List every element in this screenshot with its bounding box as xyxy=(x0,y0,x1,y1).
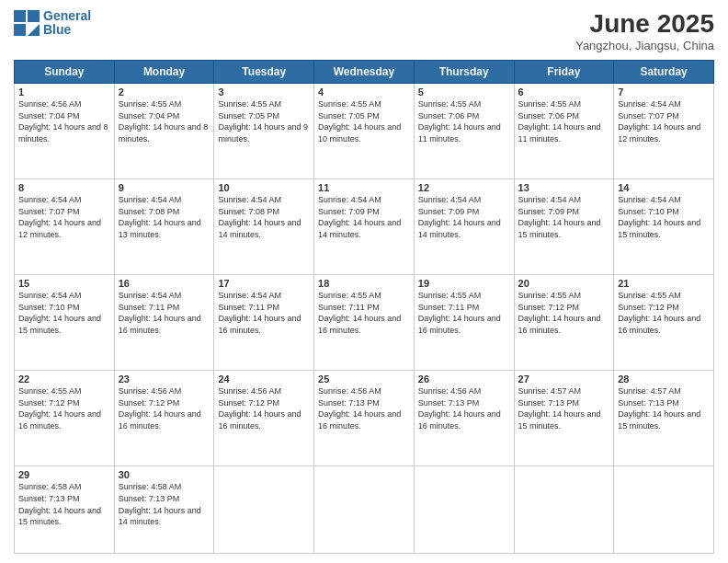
calendar-cell: 27Sunrise: 4:57 AMSunset: 7:13 PMDayligh… xyxy=(514,371,614,466)
logo-text: General Blue xyxy=(43,9,91,38)
day-info: Sunrise: 4:54 AMSunset: 7:09 PMDaylight:… xyxy=(318,194,410,240)
day-number: 12 xyxy=(418,182,510,193)
calendar-cell: 1Sunrise: 4:56 AMSunset: 7:04 PMDaylight… xyxy=(15,84,115,179)
day-info: Sunrise: 4:54 AMSunset: 7:07 PMDaylight:… xyxy=(18,194,110,240)
week-row-2: 8Sunrise: 4:54 AMSunset: 7:07 PMDaylight… xyxy=(15,179,714,275)
svg-rect-0 xyxy=(14,10,26,22)
weekday-wednesday: Wednesday xyxy=(314,61,415,84)
week-row-1: 1Sunrise: 4:56 AMSunset: 7:04 PMDaylight… xyxy=(15,84,714,179)
day-number: 5 xyxy=(418,86,510,98)
logo-blue: Blue xyxy=(43,22,71,37)
day-info: Sunrise: 4:54 AMSunset: 7:09 PMDaylight:… xyxy=(418,194,510,240)
day-number: 13 xyxy=(518,182,610,193)
calendar-cell: 20Sunrise: 4:55 AMSunset: 7:12 PMDayligh… xyxy=(514,275,614,371)
day-number: 23 xyxy=(119,373,210,385)
day-number: 2 xyxy=(119,86,210,98)
weekday-thursday: Thursday xyxy=(414,61,514,84)
week-row-4: 22Sunrise: 4:55 AMSunset: 7:12 PMDayligh… xyxy=(15,371,714,466)
calendar-cell: 19Sunrise: 4:55 AMSunset: 7:11 PMDayligh… xyxy=(414,275,514,371)
calendar-table: SundayMondayTuesdayWednesdayThursdayFrid… xyxy=(14,60,714,554)
calendar-cell: 17Sunrise: 4:54 AMSunset: 7:11 PMDayligh… xyxy=(214,275,314,371)
svg-rect-2 xyxy=(14,24,26,36)
day-number: 18 xyxy=(318,278,410,289)
calendar-cell: 14Sunrise: 4:54 AMSunset: 7:10 PMDayligh… xyxy=(614,179,714,275)
day-number: 15 xyxy=(18,278,110,289)
day-info: Sunrise: 4:55 AMSunset: 7:06 PMDaylight:… xyxy=(518,98,610,144)
day-info: Sunrise: 4:58 AMSunset: 7:13 PMDaylight:… xyxy=(18,481,110,527)
calendar-cell xyxy=(614,466,714,554)
day-info: Sunrise: 4:56 AMSunset: 7:12 PMDaylight:… xyxy=(218,385,310,431)
day-number: 29 xyxy=(18,469,110,480)
logo-icon xyxy=(14,10,40,36)
calendar-cell xyxy=(314,466,415,554)
day-info: Sunrise: 4:57 AMSunset: 7:13 PMDaylight:… xyxy=(518,385,610,431)
calendar-cell: 6Sunrise: 4:55 AMSunset: 7:06 PMDaylight… xyxy=(514,84,614,179)
logo-general: General xyxy=(43,8,91,23)
day-info: Sunrise: 4:58 AMSunset: 7:13 PMDaylight:… xyxy=(119,481,210,527)
calendar-cell: 9Sunrise: 4:54 AMSunset: 7:08 PMDaylight… xyxy=(114,179,214,275)
location: Yangzhou, Jiangsu, China xyxy=(575,39,714,52)
day-info: Sunrise: 4:54 AMSunset: 7:11 PMDaylight:… xyxy=(119,290,210,336)
calendar-cell xyxy=(414,466,514,554)
day-number: 20 xyxy=(518,278,610,289)
calendar-cell: 30Sunrise: 4:58 AMSunset: 7:13 PMDayligh… xyxy=(114,466,214,554)
day-info: Sunrise: 4:55 AMSunset: 7:11 PMDaylight:… xyxy=(418,290,510,336)
page: General Blue June 2025 Yangzhou, Jiangsu… xyxy=(0,0,728,563)
calendar-cell: 13Sunrise: 4:54 AMSunset: 7:09 PMDayligh… xyxy=(514,179,614,275)
calendar-cell: 22Sunrise: 4:55 AMSunset: 7:12 PMDayligh… xyxy=(15,371,115,466)
day-number: 11 xyxy=(318,182,410,193)
calendar-cell: 7Sunrise: 4:54 AMSunset: 7:07 PMDaylight… xyxy=(614,84,714,179)
calendar-cell: 5Sunrise: 4:55 AMSunset: 7:06 PMDaylight… xyxy=(414,84,514,179)
day-info: Sunrise: 4:54 AMSunset: 7:08 PMDaylight:… xyxy=(218,194,310,240)
day-info: Sunrise: 4:54 AMSunset: 7:08 PMDaylight:… xyxy=(119,194,210,240)
day-info: Sunrise: 4:55 AMSunset: 7:04 PMDaylight:… xyxy=(119,98,210,144)
calendar-cell: 25Sunrise: 4:56 AMSunset: 7:13 PMDayligh… xyxy=(314,371,415,466)
day-number: 21 xyxy=(618,278,710,289)
weekday-header-row: SundayMondayTuesdayWednesdayThursdayFrid… xyxy=(15,61,714,84)
day-number: 30 xyxy=(119,469,210,480)
day-info: Sunrise: 4:55 AMSunset: 7:12 PMDaylight:… xyxy=(618,290,710,336)
day-number: 10 xyxy=(218,182,310,193)
day-number: 16 xyxy=(119,278,210,289)
calendar-cell: 23Sunrise: 4:56 AMSunset: 7:12 PMDayligh… xyxy=(114,371,214,466)
day-number: 3 xyxy=(218,86,310,98)
day-info: Sunrise: 4:56 AMSunset: 7:12 PMDaylight:… xyxy=(119,385,210,431)
day-info: Sunrise: 4:55 AMSunset: 7:11 PMDaylight:… xyxy=(318,290,410,336)
calendar-cell: 16Sunrise: 4:54 AMSunset: 7:11 PMDayligh… xyxy=(114,275,214,371)
svg-marker-3 xyxy=(28,24,40,36)
day-info: Sunrise: 4:55 AMSunset: 7:12 PMDaylight:… xyxy=(18,385,110,431)
weekday-sunday: Sunday xyxy=(15,61,115,84)
calendar-cell: 3Sunrise: 4:55 AMSunset: 7:05 PMDaylight… xyxy=(214,84,314,179)
day-info: Sunrise: 4:56 AMSunset: 7:13 PMDaylight:… xyxy=(318,385,410,431)
day-number: 28 xyxy=(618,373,710,385)
day-number: 1 xyxy=(18,86,110,98)
calendar-cell: 2Sunrise: 4:55 AMSunset: 7:04 PMDaylight… xyxy=(114,84,214,179)
day-number: 27 xyxy=(518,373,610,385)
calendar-body: 1Sunrise: 4:56 AMSunset: 7:04 PMDaylight… xyxy=(15,84,714,554)
day-number: 26 xyxy=(418,373,510,385)
day-info: Sunrise: 4:56 AMSunset: 7:04 PMDaylight:… xyxy=(18,98,110,144)
calendar-cell xyxy=(214,466,314,554)
calendar-cell: 21Sunrise: 4:55 AMSunset: 7:12 PMDayligh… xyxy=(614,275,714,371)
day-number: 8 xyxy=(18,182,110,193)
calendar-cell: 8Sunrise: 4:54 AMSunset: 7:07 PMDaylight… xyxy=(15,179,115,275)
calendar-cell: 10Sunrise: 4:54 AMSunset: 7:08 PMDayligh… xyxy=(214,179,314,275)
week-row-5: 29Sunrise: 4:58 AMSunset: 7:13 PMDayligh… xyxy=(15,466,714,554)
calendar-cell xyxy=(514,466,614,554)
day-info: Sunrise: 4:56 AMSunset: 7:13 PMDaylight:… xyxy=(418,385,510,431)
day-info: Sunrise: 4:54 AMSunset: 7:07 PMDaylight:… xyxy=(618,98,710,144)
weekday-monday: Monday xyxy=(114,61,214,84)
weekday-saturday: Saturday xyxy=(614,61,714,84)
day-number: 22 xyxy=(18,373,110,385)
title-block: June 2025 Yangzhou, Jiangsu, China xyxy=(575,9,714,52)
weekday-tuesday: Tuesday xyxy=(214,61,314,84)
calendar-cell: 26Sunrise: 4:56 AMSunset: 7:13 PMDayligh… xyxy=(414,371,514,466)
calendar-cell: 11Sunrise: 4:54 AMSunset: 7:09 PMDayligh… xyxy=(314,179,415,275)
calendar-cell: 15Sunrise: 4:54 AMSunset: 7:10 PMDayligh… xyxy=(15,275,115,371)
day-info: Sunrise: 4:54 AMSunset: 7:10 PMDaylight:… xyxy=(618,194,710,240)
month-title: June 2025 xyxy=(575,9,714,39)
day-info: Sunrise: 4:57 AMSunset: 7:13 PMDaylight:… xyxy=(618,385,710,431)
day-number: 7 xyxy=(618,86,710,98)
weekday-friday: Friday xyxy=(514,61,614,84)
svg-rect-1 xyxy=(28,10,40,22)
